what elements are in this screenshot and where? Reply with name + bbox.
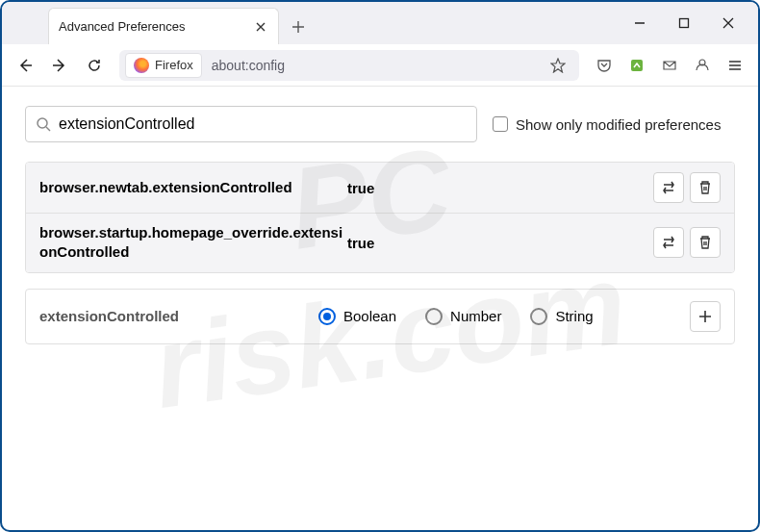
close-icon bbox=[256, 22, 266, 32]
reload-icon bbox=[87, 58, 102, 73]
pref-name: browser.newtab.extensionControlled bbox=[39, 178, 347, 197]
pref-row[interactable]: browser.startup.homepage_override.extens… bbox=[26, 214, 734, 272]
add-pref-row: extensionControlled Boolean Number Strin… bbox=[25, 289, 735, 344]
swap-icon bbox=[661, 235, 676, 250]
add-button[interactable] bbox=[690, 301, 721, 332]
svg-rect-1 bbox=[631, 60, 643, 71]
identity-label: Firefox bbox=[155, 58, 193, 72]
radio-string[interactable]: String bbox=[530, 308, 593, 325]
delete-button[interactable] bbox=[690, 227, 721, 258]
forward-button[interactable] bbox=[44, 50, 75, 81]
show-modified-toggle[interactable]: Show only modified preferences bbox=[493, 116, 721, 133]
account-icon bbox=[695, 58, 710, 73]
star-icon bbox=[550, 58, 566, 73]
radio-label: Number bbox=[450, 308, 501, 324]
pref-value: true bbox=[347, 235, 653, 251]
close-window-button[interactable] bbox=[706, 2, 750, 44]
radio-boolean[interactable]: Boolean bbox=[318, 308, 396, 325]
toolbar: Firefox about:config bbox=[2, 44, 758, 87]
reload-button[interactable] bbox=[79, 50, 110, 81]
maximize-icon bbox=[678, 17, 690, 29]
window-controls bbox=[618, 2, 758, 44]
tab-title: Advanced Preferences bbox=[59, 19, 186, 34]
search-row: Show only modified preferences bbox=[25, 106, 735, 142]
search-input[interactable] bbox=[59, 115, 467, 133]
search-icon bbox=[36, 116, 51, 132]
minimize-button[interactable] bbox=[618, 2, 662, 44]
browser-tab[interactable]: Advanced Preferences bbox=[48, 8, 279, 44]
bookmark-button[interactable] bbox=[543, 50, 573, 81]
plus-icon bbox=[291, 20, 305, 34]
menu-button[interactable] bbox=[720, 50, 750, 81]
radio-number[interactable]: Number bbox=[425, 308, 501, 325]
pref-name: browser.startup.homepage_override.extens… bbox=[39, 223, 347, 263]
identity-box[interactable]: Firefox bbox=[125, 53, 202, 78]
new-tab-button[interactable] bbox=[285, 10, 312, 44]
radio-label: Boolean bbox=[343, 308, 396, 324]
mail-icon bbox=[662, 58, 677, 73]
arrow-right-icon bbox=[52, 58, 67, 73]
addon-icon bbox=[629, 58, 645, 73]
toggle-button[interactable] bbox=[653, 227, 684, 258]
svg-point-2 bbox=[38, 118, 47, 128]
trash-icon bbox=[697, 235, 713, 250]
url-text: about:config bbox=[212, 58, 285, 73]
radio-icon bbox=[318, 308, 336, 325]
firefox-logo-icon bbox=[134, 58, 149, 73]
account-button[interactable] bbox=[687, 50, 718, 81]
close-tab-button[interactable] bbox=[253, 19, 268, 35]
search-box[interactable] bbox=[25, 106, 477, 142]
plus-icon bbox=[698, 310, 712, 323]
radio-icon bbox=[425, 308, 443, 325]
swap-icon bbox=[661, 180, 676, 195]
titlebar: Advanced Preferences bbox=[2, 2, 758, 44]
maximize-button[interactable] bbox=[662, 2, 706, 44]
radio-label: String bbox=[555, 308, 593, 324]
close-icon bbox=[722, 17, 734, 29]
pref-table: browser.newtab.extensionControlled true … bbox=[25, 162, 735, 273]
trash-icon bbox=[697, 180, 713, 195]
mail-button[interactable] bbox=[654, 50, 685, 81]
hamburger-icon bbox=[727, 58, 743, 73]
checkbox-icon[interactable] bbox=[493, 116, 508, 132]
minimize-icon bbox=[634, 17, 646, 29]
checkbox-label: Show only modified preferences bbox=[516, 116, 721, 133]
extension-button[interactable] bbox=[621, 50, 652, 81]
url-bar[interactable]: Firefox about:config bbox=[119, 50, 579, 81]
type-radio-group: Boolean Number String bbox=[318, 308, 690, 325]
back-button[interactable] bbox=[10, 50, 40, 81]
radio-icon bbox=[530, 308, 547, 325]
pocket-icon bbox=[596, 58, 612, 73]
pref-row[interactable]: browser.newtab.extensionControlled true bbox=[26, 163, 734, 214]
new-pref-name: extensionControlled bbox=[39, 308, 318, 324]
arrow-left-icon bbox=[17, 58, 33, 73]
pocket-button[interactable] bbox=[589, 50, 620, 81]
about-config-content: Show only modified preferences browser.n… bbox=[2, 87, 758, 364]
pref-value: true bbox=[347, 180, 653, 196]
svg-rect-0 bbox=[680, 19, 689, 28]
toggle-button[interactable] bbox=[653, 172, 684, 203]
delete-button[interactable] bbox=[690, 172, 721, 203]
